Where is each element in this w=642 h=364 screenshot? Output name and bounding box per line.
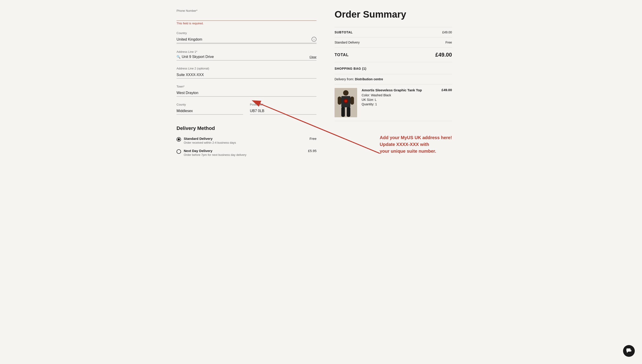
subtotal-label: SUBTOTAL: [335, 30, 353, 34]
standard-delivery-info: Standard Delivery Order received within …: [184, 137, 307, 144]
annotation-line2: Update XXXX-XXX with: [380, 141, 488, 148]
delivery-value: Free: [445, 40, 452, 44]
annotation-text: Add your MyUS UK address here! Update XX…: [380, 134, 488, 154]
delivery-from-text: Delivery from:: [335, 77, 354, 81]
delivery-from-name: Distribution centre: [355, 77, 383, 81]
delivery-row: Standard Delivery Free: [335, 38, 452, 48]
svg-point-6: [345, 100, 347, 102]
delivery-label: Standard Delivery: [335, 40, 360, 44]
subtotal-value: £49.00: [442, 30, 452, 34]
standard-delivery-name: Standard Delivery: [184, 137, 307, 140]
country-label: Country: [177, 31, 316, 35]
postcode-label: Postcode*: [250, 103, 316, 106]
svg-point-3: [343, 90, 349, 96]
svg-rect-8: [350, 96, 354, 105]
county-field-group: County: [177, 103, 243, 114]
order-summary-section: Order Summary SUBTOTAL £49.00 Standard D…: [335, 9, 452, 161]
product-image: [335, 88, 357, 117]
product-name: Amortis Sleeveless Graphic Tank Top: [362, 88, 437, 92]
address2-input[interactable]: [177, 72, 316, 78]
postcode-field-group: Postcode*: [250, 103, 316, 114]
svg-rect-15: [629, 350, 631, 352]
checkout-form: Phone Number* This field is required. Co…: [177, 9, 316, 161]
address1-input[interactable]: [182, 55, 309, 59]
delivery-from: Delivery from: Distribution centre: [335, 74, 452, 84]
country-input[interactable]: [177, 36, 316, 43]
county-input[interactable]: [177, 108, 243, 114]
search-icon: 🔍: [177, 55, 180, 59]
nextday-delivery-desc: Order before 7pm for next business day d…: [184, 153, 305, 156]
nextday-delivery-info: Next Day Delivery Order before 7pm for n…: [184, 149, 305, 156]
delivery-method-section: Delivery Method Standard Delivery Order …: [177, 126, 316, 156]
product-details: Amortis Sleeveless Graphic Tank Top Colo…: [362, 88, 437, 117]
shopping-bag-header: SHOPPING BAG (1): [335, 62, 452, 74]
nextday-delivery-radio[interactable]: [177, 149, 181, 154]
product-color: Color: Washed Black: [362, 93, 437, 97]
total-label: TOTAL: [335, 52, 349, 57]
svg-marker-14: [627, 352, 628, 353]
country-info-icon[interactable]: i: [311, 37, 316, 42]
svg-text:i: i: [313, 38, 314, 41]
subtotal-row: SUBTOTAL £49.00: [335, 27, 452, 38]
phone-label: Phone Number*: [177, 9, 316, 12]
product-quantity: Quantity: 1: [362, 102, 437, 106]
town-input[interactable]: [177, 90, 316, 96]
town-field-group: Town*: [177, 85, 316, 96]
standard-delivery-option[interactable]: Standard Delivery Order received within …: [177, 137, 316, 144]
nextday-delivery-option[interactable]: Next Day Delivery Order before 7pm for n…: [177, 149, 316, 156]
address1-label: Address Line 1*: [177, 50, 316, 54]
phone-field-group: Phone Number* This field is required.: [177, 9, 316, 25]
total-value: £49.00: [435, 52, 452, 58]
standard-delivery-price: Free: [309, 137, 316, 140]
delivery-method-title: Delivery Method: [177, 126, 316, 131]
address2-field-group: Address Line 2 (optional): [177, 67, 316, 78]
phone-error: This field is required.: [177, 22, 316, 25]
standard-delivery-desc: Order received within 2-4 business days: [184, 141, 307, 144]
standard-delivery-radio-fill: [178, 138, 180, 140]
product-row: Amortis Sleeveless Graphic Tank Top Colo…: [335, 84, 452, 121]
standard-delivery-radio[interactable]: [177, 137, 181, 142]
county-label: County: [177, 103, 243, 106]
nextday-delivery-price: £5.95: [308, 149, 316, 153]
clear-button[interactable]: Clear: [309, 55, 316, 59]
product-size: UK Size: L: [362, 98, 437, 102]
chat-button[interactable]: [623, 345, 635, 357]
annotation-line3: your unique suite number.: [380, 148, 488, 154]
chat-icon: [626, 348, 632, 354]
total-row: TOTAL £49.00: [335, 48, 452, 62]
nextday-delivery-name: Next Day Delivery: [184, 149, 305, 153]
svg-rect-9: [341, 107, 345, 117]
county-postcode-row: County Postcode*: [177, 103, 316, 121]
order-summary-title: Order Summary: [335, 9, 452, 20]
country-input-wrapper: i United Kingdom: [177, 36, 316, 43]
country-field-group: Country i United Kingdom: [177, 31, 316, 44]
phone-input[interactable]: [177, 14, 316, 21]
postcode-input[interactable]: [250, 108, 316, 114]
product-price: £49.00: [442, 88, 452, 92]
address1-input-wrapper: 🔍 Clear: [177, 55, 316, 60]
svg-rect-7: [338, 96, 341, 105]
svg-rect-10: [347, 107, 350, 117]
address1-field-group: Address Line 1* 🔍 Clear: [177, 50, 316, 60]
address2-label: Address Line 2 (optional): [177, 67, 316, 70]
town-label: Town*: [177, 85, 316, 88]
annotation-line1: Add your MyUS UK address here!: [380, 134, 488, 141]
